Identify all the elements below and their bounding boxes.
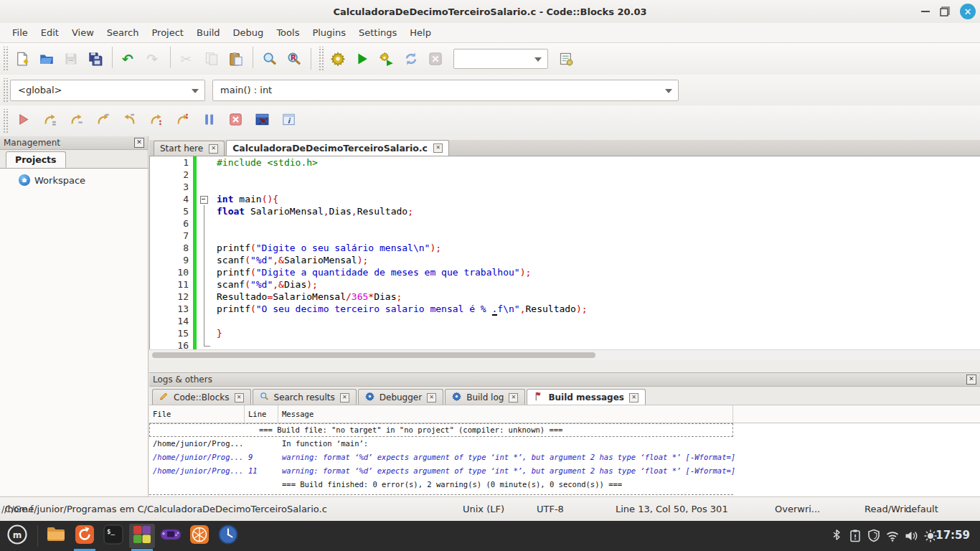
logs-tab-build-log[interactable]: Build log✕	[445, 389, 525, 405]
menu-view[interactable]: View	[65, 24, 100, 41]
editor-tab-start-here[interactable]: Start here✕	[154, 141, 225, 156]
code-editor[interactable]: 1#include <stdio.h>234int main(){5float …	[149, 156, 980, 349]
debug-continue-button[interactable]	[10, 109, 37, 133]
tab-close-icon[interactable]: ✕	[433, 143, 443, 153]
code-line: 4int main(){	[150, 193, 980, 205]
menu-help[interactable]: Help	[403, 24, 438, 41]
function-combo[interactable]: main() : int	[212, 80, 679, 101]
next-line-button[interactable]	[63, 109, 90, 133]
menu-file[interactable]: File	[6, 24, 34, 41]
menu-settings[interactable]: Settings	[352, 24, 403, 41]
toolbar-grip[interactable]	[318, 47, 324, 71]
undo-button[interactable]: ↶	[117, 47, 141, 71]
logs-tab-build-messages[interactable]: Build messages✕	[527, 389, 646, 405]
bluetooth-icon[interactable]	[829, 529, 844, 543]
status-line-13-col-50-pos-301: Line 13, Col 50, Pos 301	[616, 504, 728, 514]
menu-project[interactable]: Project	[145, 24, 189, 41]
run-button[interactable]	[350, 47, 374, 71]
paste-button[interactable]	[224, 47, 248, 71]
maximize-icon[interactable]	[940, 6, 950, 17]
terminal-button[interactable]: $_	[100, 524, 126, 548]
volume-icon[interactable]	[904, 529, 918, 543]
management-close-icon[interactable]: ✕	[134, 138, 144, 148]
step-into-instruction-button[interactable]	[169, 109, 196, 133]
update-manager-icon[interactable]: !	[848, 529, 862, 543]
editor-tab-calculadoradedecimoterceirosalario-c[interactable]: CalculadoraDeDecimoTerceiroSalario.c✕	[226, 140, 449, 156]
menu-build[interactable]: Build	[190, 24, 227, 41]
debugging-windows-button[interactable]	[249, 109, 275, 133]
wifi-icon[interactable]	[885, 529, 900, 543]
editor-horizontal-scrollbar[interactable]	[149, 349, 980, 360]
next-instruction-button[interactable]	[143, 109, 169, 133]
column-header-file[interactable]: File	[149, 405, 245, 423]
code-token: Dias	[284, 279, 306, 290]
break-debugger-button[interactable]	[196, 109, 222, 133]
new-file-button[interactable]	[10, 47, 34, 71]
scrollbar-thumb[interactable]	[152, 352, 595, 358]
scope-combo[interactable]: <global>	[10, 80, 205, 101]
tab-close-icon[interactable]: ✕	[235, 393, 244, 402]
brightness-icon[interactable]	[923, 529, 938, 543]
menu-plugins[interactable]: Plugins	[306, 24, 352, 41]
orange-swirl-app-button[interactable]	[187, 524, 212, 548]
stop-debugger-button[interactable]	[222, 109, 249, 133]
build-target-combo[interactable]	[453, 49, 548, 69]
toolbar-grip[interactable]	[2, 109, 8, 133]
toolbar-grip[interactable]	[2, 47, 8, 71]
replace-button[interactable]: R	[282, 47, 306, 71]
cell-file: /home/junior/Prog...	[149, 451, 245, 464]
menu-edit[interactable]: Edit	[34, 24, 65, 41]
build-and-run-button[interactable]	[374, 47, 399, 71]
column-header-message[interactable]: Message	[278, 405, 733, 423]
table-row[interactable]: === Build file: "no target" in "no proje…	[149, 423, 733, 437]
fold-column	[197, 205, 214, 217]
table-row[interactable]: /home/junior/Prog...In function ‘main’:	[149, 437, 980, 451]
fold-column	[197, 193, 214, 205]
tab-close-icon[interactable]: ✕	[209, 144, 218, 154]
gba-emulator-button[interactable]	[158, 524, 184, 548]
mint-menu-button[interactable]: m	[4, 524, 30, 548]
logs-tab-search-results[interactable]: Search results✕	[253, 389, 357, 405]
menu-debug[interactable]: Debug	[227, 24, 270, 41]
save-all-button[interactable]	[83, 47, 108, 71]
find-button[interactable]	[258, 47, 282, 71]
shield-icon[interactable]	[867, 529, 881, 543]
table-row[interactable]: /home/junior/Prog...9warning: format ‘%d…	[149, 451, 980, 464]
refresh-orange-app-button[interactable]	[72, 524, 98, 548]
build-button[interactable]	[326, 47, 350, 71]
column-header-line[interactable]: Line	[245, 405, 278, 423]
tab-close-icon[interactable]: ✕	[629, 393, 639, 402]
open-file-button[interactable]	[34, 47, 59, 71]
table-row[interactable]: === Build finished: 0 error(s), 2 warnin…	[149, 478, 980, 491]
step-out-button[interactable]	[116, 109, 143, 133]
codeblocks-button[interactable]	[129, 524, 155, 548]
minimize-icon[interactable]	[921, 11, 930, 12]
clock-app-button[interactable]	[215, 524, 241, 548]
run-to-cursor-button[interactable]	[37, 109, 63, 133]
redo-icon: ↷	[146, 52, 161, 66]
line-number: 9	[150, 254, 189, 266]
fold-collapse-icon[interactable]	[200, 196, 208, 204]
tab-close-icon[interactable]: ✕	[427, 393, 436, 402]
tab-projects[interactable]: Projects	[6, 151, 66, 168]
file-manager-button[interactable]	[43, 524, 69, 548]
tab-close-icon[interactable]: ✕	[509, 393, 518, 402]
rebuild-button[interactable]	[399, 47, 423, 71]
chevron-down-icon	[192, 89, 199, 93]
tree-item-workspace[interactable]: Workspace	[0, 169, 148, 186]
table-row[interactable]: /home/junior/Prog...11warning: format ‘%…	[149, 464, 980, 478]
logs-close-icon[interactable]: ✕	[966, 375, 976, 385]
step-into-button[interactable]	[90, 109, 116, 133]
logs-tab-code-blocks[interactable]: Code::Blocks✕	[152, 389, 251, 405]
select-target-button[interactable]	[554, 47, 578, 71]
tab-close-icon[interactable]: ✕	[340, 393, 349, 402]
toolbar-grip[interactable]	[2, 78, 8, 103]
menu-tools[interactable]: Tools	[270, 24, 306, 41]
window-title: CalculadoraDeDecimoTerceiroSalario.c - C…	[0, 6, 980, 17]
logs-tab-debugger[interactable]: Debugger✕	[358, 389, 443, 405]
various-info-button[interactable]: i	[275, 109, 302, 133]
code-text: int main(){	[214, 193, 278, 205]
close-icon[interactable]: ✕	[960, 4, 976, 19]
clock-time[interactable]: 17:59	[936, 529, 970, 542]
menu-search[interactable]: Search	[100, 24, 146, 41]
